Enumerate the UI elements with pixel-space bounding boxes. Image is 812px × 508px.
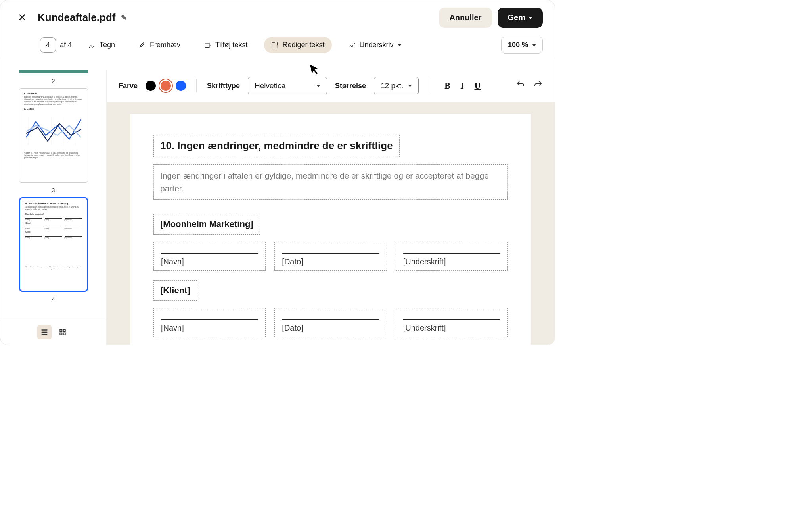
svg-rect-12 xyxy=(60,333,62,335)
sig-signature-field[interactable]: [Underskrift] xyxy=(396,308,508,337)
svg-rect-1 xyxy=(272,42,278,48)
svg-rect-0 xyxy=(205,43,209,47)
save-button[interactable]: Gem xyxy=(498,8,543,28)
sig-name-field[interactable]: [Navn] xyxy=(153,308,266,337)
divider xyxy=(196,79,197,92)
font-label: Skrifttype xyxy=(207,82,240,90)
bold-button[interactable]: B xyxy=(444,81,450,91)
size-select[interactable]: 12 pkt. xyxy=(374,77,419,94)
tool-add-text[interactable]: Tilføj tekst xyxy=(197,37,255,53)
size-label: Størrelse xyxy=(335,82,366,90)
font-select[interactable]: Helvetica xyxy=(248,77,327,94)
chevron-down-icon xyxy=(398,44,402,46)
svg-rect-11 xyxy=(63,329,65,331)
italic-button[interactable]: I xyxy=(461,81,464,91)
edit-filename-icon[interactable]: ✎ xyxy=(121,13,127,22)
thumb-number-2: 2 xyxy=(52,77,55,84)
page-indicator: 4 af 4 xyxy=(40,37,72,53)
thumb-number-3: 3 xyxy=(52,187,55,193)
sig-date-field[interactable]: [Dato] xyxy=(274,308,387,337)
divider xyxy=(429,79,429,92)
tool-sign[interactable]: Underskriv xyxy=(341,37,409,53)
tool-highlight[interactable]: Fremhæv xyxy=(132,37,188,53)
sign-icon xyxy=(349,42,356,49)
chevron-down-icon xyxy=(316,85,320,87)
sig-date-field[interactable]: [Dato] xyxy=(274,242,387,271)
svg-rect-13 xyxy=(63,333,65,335)
section-paragraph[interactable]: Ingen ændringer i aftalen er gyldige, me… xyxy=(160,169,501,194)
color-black[interactable] xyxy=(146,81,156,91)
close-icon[interactable]: ✕ xyxy=(18,12,27,24)
zoom-select[interactable]: 100 % xyxy=(501,37,543,54)
view-grid-button[interactable] xyxy=(56,325,70,339)
highlight-icon xyxy=(139,42,146,49)
section-title[interactable]: 10. Ingen ændringer, medmindre de er skr… xyxy=(160,140,393,152)
party-2-label[interactable]: [Klient] xyxy=(160,285,190,296)
view-list-button[interactable] xyxy=(37,325,52,339)
add-text-icon xyxy=(204,42,211,49)
thumbnail-page-4[interactable]: 10. No Modifications Unless in Writing N… xyxy=(19,197,88,292)
chevron-down-icon xyxy=(529,17,532,19)
page-total-label: af 4 xyxy=(60,41,72,49)
undo-button[interactable] xyxy=(516,80,525,92)
color-blue[interactable] xyxy=(176,81,186,91)
page-canvas[interactable]: 10. Ingen ændringer, medmindre de er skr… xyxy=(130,114,531,345)
thumbnail-page-2-partial[interactable] xyxy=(19,70,88,73)
draw-icon xyxy=(88,42,96,49)
tool-edit-text[interactable]: Rediger tekst xyxy=(264,37,331,53)
underline-button[interactable]: U xyxy=(474,81,481,91)
tool-draw[interactable]: Tegn xyxy=(81,37,122,53)
color-orange[interactable] xyxy=(161,81,171,91)
cancel-button[interactable]: Annuller xyxy=(439,8,492,28)
redo-button[interactable] xyxy=(533,80,543,92)
sig-signature-field[interactable]: [Underskrift] xyxy=(396,242,508,271)
filename-label: Kundeaftale.pdf xyxy=(38,12,115,24)
page-current-input[interactable]: 4 xyxy=(40,37,56,53)
svg-rect-10 xyxy=(60,329,62,331)
sig-name-field[interactable]: [Navn] xyxy=(153,242,266,271)
chevron-down-icon xyxy=(408,85,412,87)
party-1-label[interactable]: [Moonhelm Marketing] xyxy=(160,219,253,229)
color-label: Farve xyxy=(119,82,138,90)
thumb-number-4: 4 xyxy=(52,296,55,302)
chevron-down-icon xyxy=(532,44,536,46)
thumb-graph-icon xyxy=(24,114,83,149)
edit-text-icon xyxy=(271,42,278,49)
thumbnail-page-3[interactable]: 8. Statistics Statistics is the study an… xyxy=(19,88,88,183)
